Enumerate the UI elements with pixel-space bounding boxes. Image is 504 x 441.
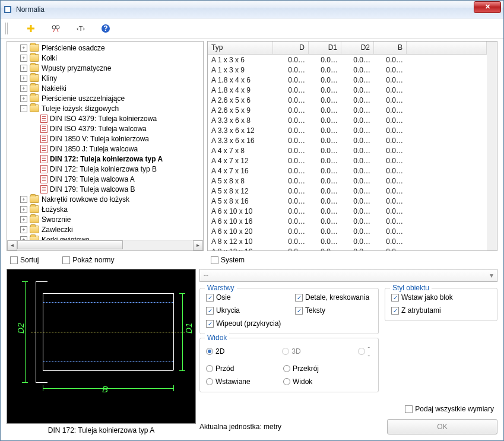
expand-icon[interactable]: + xyxy=(20,95,27,102)
document-icon xyxy=(40,165,47,173)
tree-item[interactable]: +Nakiełki xyxy=(7,83,203,93)
tree-item[interactable]: DIN 179: Tuleja walcowa A xyxy=(7,174,203,184)
tree-item[interactable]: +Sworznie xyxy=(7,214,203,224)
view-3d-radio[interactable]: 3D xyxy=(282,343,340,360)
expand-icon[interactable]: + xyxy=(20,216,27,223)
table-row[interactable]: A 6 x 10 x 160.0…0.0…0.0…0.0… xyxy=(208,216,487,226)
ok-button[interactable]: OK xyxy=(387,419,497,434)
tree-item[interactable]: +Wpusty pryzmatyczne xyxy=(7,63,203,73)
table-row[interactable]: A 1 x 3 x 90.0…0.0…0.0…0.0… xyxy=(208,65,487,75)
view-view-radio[interactable]: Widok xyxy=(283,377,312,386)
table-row[interactable]: A 1.8 x 4 x 60.0…0.0…0.0…0.0… xyxy=(208,75,487,85)
cell: 0.0… xyxy=(309,106,341,115)
category-tree[interactable]: +Pierścienie osadcze+Kołki+Wpusty pryzma… xyxy=(7,42,203,240)
titlebar[interactable]: Normalia ✕ xyxy=(1,1,503,18)
grid-header[interactable]: Typ D D1 D2 B xyxy=(208,42,487,55)
table-row[interactable]: A 1.8 x 4 x 90.0…0.0…0.0…0.0… xyxy=(208,85,487,95)
table-row[interactable]: A 2.6 x 5 x 90.0…0.0…0.0…0.0… xyxy=(208,105,487,115)
tree-item[interactable]: -Tuleje łożysk ślizgowych xyxy=(7,103,203,113)
texts-checkbox[interactable]: ✓Teksty xyxy=(295,306,325,315)
table-row[interactable]: A 5 x 8 x 120.0…0.0…0.0…0.0… xyxy=(208,186,487,196)
find-button[interactable] xyxy=(50,23,61,34)
grid-body[interactable]: A 1 x 3 x 60.0…0.0…0.0…0.0…A 1 x 3 x 90.… xyxy=(208,55,487,250)
scroll-left-button[interactable]: ◄ xyxy=(7,240,17,250)
system-combo[interactable]: -- ▾ xyxy=(199,269,497,282)
all-dims-checkbox[interactable]: Podaj wszystkie wymiary xyxy=(405,405,494,413)
expand-icon[interactable]: + xyxy=(20,196,27,203)
table-row[interactable]: A 5 x 8 x 80.0…0.0…0.0…0.0… xyxy=(208,176,487,186)
table-row[interactable]: A 6 x 10 x 100.0…0.0…0.0…0.0… xyxy=(208,206,487,216)
add-button[interactable] xyxy=(26,23,36,34)
expand-icon[interactable]: + xyxy=(20,45,27,52)
system-checkbox[interactable]: System xyxy=(211,256,245,264)
cell: 0.0… xyxy=(341,116,374,125)
tree-item[interactable]: DIN 1850 V: Tuleja kołnierzowa xyxy=(7,134,203,144)
tree-item[interactable]: +Łożyska xyxy=(7,204,203,214)
with-attrs-checkbox[interactable]: ✓Z atrybutami xyxy=(391,306,491,315)
tree-item[interactable]: +Pierścienie uszczelniające xyxy=(7,93,203,103)
table-row[interactable]: A 5 x 8 x 160.0…0.0…0.0…0.0… xyxy=(208,196,487,206)
toolbar: ‹T› ? xyxy=(1,18,503,39)
tree-item[interactable]: +Kliny xyxy=(7,73,203,83)
table-row[interactable]: A 1 x 3 x 60.0…0.0…0.0…0.0… xyxy=(208,55,487,65)
cell: 0.0… xyxy=(341,137,374,145)
expand-icon[interactable]: + xyxy=(20,206,27,213)
tree-item[interactable]: DIN ISO 4379: Tuleja walcowa xyxy=(7,123,203,134)
expand-icon[interactable]: + xyxy=(20,85,27,92)
tree-item[interactable]: +Pierścienie osadcze xyxy=(7,43,203,53)
wipeout-checkbox[interactable]: ✓Wipeout (przykrycia) xyxy=(206,319,372,328)
hidden-checkbox[interactable]: ✓Ukrycia xyxy=(206,306,271,315)
tree-item[interactable]: DIN ISO 4379: Tuleja kołnierzowa xyxy=(7,113,203,123)
expand-icon[interactable]: + xyxy=(20,65,27,72)
table-row[interactable]: A 3.3 x 6 x 160.0…0.0…0.0…0.0… xyxy=(208,135,487,145)
show-norms-checkbox[interactable]: Pokaż normy xyxy=(62,256,114,264)
tree-hscroll[interactable]: ◄ ► xyxy=(7,240,203,250)
close-button[interactable]: ✕ xyxy=(474,1,501,13)
axes-checkbox[interactable]: ✓Osie xyxy=(206,293,271,302)
tree-item[interactable]: +Korki gwintowe xyxy=(7,234,203,240)
tree-item[interactable]: +Kołki xyxy=(7,53,203,63)
table-row[interactable]: A 4 x 7 x 120.0…0.0…0.0…0.0… xyxy=(208,156,487,166)
tree-item[interactable]: DIN 179: Tuleja walcowa B xyxy=(7,184,203,194)
col-b[interactable]: B xyxy=(374,42,407,54)
text-style-button[interactable]: ‹T› xyxy=(75,23,86,34)
col-d2[interactable]: D2 xyxy=(341,42,374,54)
cell: 0.0… xyxy=(273,207,309,215)
view-section-radio[interactable]: Przekrój xyxy=(283,364,319,373)
scroll-right-button[interactable]: ► xyxy=(193,240,203,250)
tree-item[interactable]: +Zawleczki xyxy=(7,224,203,234)
tree-item[interactable]: +Nakrętki rowkowe do łożysk xyxy=(7,194,203,204)
help-button[interactable]: ? xyxy=(100,23,111,34)
view-2d-radio[interactable]: 2D xyxy=(206,343,264,360)
col-typ[interactable]: Typ xyxy=(208,42,273,54)
insert-block-checkbox[interactable]: ✓Wstaw jako blok xyxy=(391,293,491,302)
table-row[interactable]: A 4 x 7 x 160.0…0.0…0.0…0.0… xyxy=(208,166,487,176)
col-d[interactable]: D xyxy=(273,42,309,54)
cell: 0.0… xyxy=(374,66,407,74)
table-row[interactable]: A 3.3 x 6 x 120.0…0.0…0.0…0.0… xyxy=(208,125,487,135)
folder-icon xyxy=(30,236,39,240)
scroll-thumb[interactable] xyxy=(17,240,123,249)
table-row[interactable]: A 3.3 x 6 x 80.0…0.0…0.0…0.0… xyxy=(208,115,487,125)
view-dash-radio[interactable]: -- xyxy=(358,343,372,360)
col-d1[interactable]: D1 xyxy=(309,42,341,54)
details-checkbox[interactable]: ✓Detale, kreskowania xyxy=(295,293,369,302)
grid-vscroll[interactable] xyxy=(487,42,497,250)
table-row[interactable]: A 6 x 10 x 200.0…0.0…0.0…0.0… xyxy=(208,226,487,236)
expand-icon[interactable]: + xyxy=(20,55,27,62)
table-row[interactable]: A 4 x 7 x 80.0…0.0…0.0…0.0… xyxy=(208,145,487,156)
tree-item[interactable]: DIN 172: Tuleja kołnierzowa typ A xyxy=(7,154,203,164)
table-row[interactable]: A 8 x 12 x 160.0…0.0…0.0…0.0… xyxy=(208,246,487,250)
view-inserted-radio[interactable]: Wstawiane xyxy=(206,377,265,386)
cell: 0.0… xyxy=(341,126,374,135)
collapse-icon[interactable]: - xyxy=(20,105,27,112)
tree-item[interactable]: DIN 172: Tuleja kołnierzowa typ B xyxy=(7,164,203,174)
expand-icon[interactable]: + xyxy=(20,226,27,233)
table-row[interactable]: A 8 x 12 x 100.0…0.0…0.0…0.0… xyxy=(208,236,487,246)
cell: 0.0… xyxy=(273,227,309,236)
tree-item[interactable]: DIN 1850 J: Tuleja walcowa xyxy=(7,144,203,154)
view-front-radio[interactable]: Przód xyxy=(206,364,265,373)
expand-icon[interactable]: + xyxy=(20,75,27,82)
table-row[interactable]: A 2.6 x 5 x 60.0…0.0…0.0…0.0… xyxy=(208,95,487,105)
sort-checkbox[interactable]: Sortuj xyxy=(10,256,39,264)
